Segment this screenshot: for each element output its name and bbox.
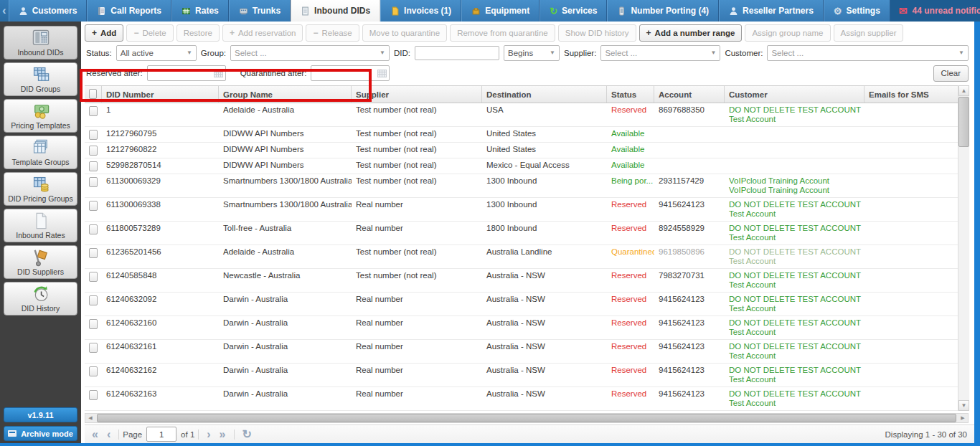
- row-checkbox[interactable]: [89, 224, 98, 234]
- scroll-up-icon[interactable]: ▲: [958, 85, 969, 96]
- sidebar-item-did-suppliers[interactable]: DID Suppliers: [4, 245, 77, 279]
- row-checkbox[interactable]: [89, 177, 98, 187]
- prev-page-icon[interactable]: ‹: [103, 429, 115, 440]
- assign-group-name-button[interactable]: Assign group name: [745, 24, 830, 42]
- sidebar-item-did-pricing-groups[interactable]: DID Pricing Groups: [4, 172, 77, 206]
- tab-equipment[interactable]: Equipment: [461, 0, 540, 22]
- col-group-name[interactable]: Group Name: [219, 86, 352, 103]
- sidebar-item-inbound-rates[interactable]: Inbound Rates: [4, 209, 77, 242]
- row-checkbox[interactable]: [89, 130, 98, 140]
- match-mode-select[interactable]: Begins▼: [504, 45, 560, 61]
- table-row[interactable]: 1 Adelaide - Australia Test number (not …: [85, 103, 958, 127]
- supplier-select[interactable]: Select ...▼: [600, 45, 720, 61]
- row-checkbox[interactable]: [89, 106, 98, 116]
- table-row[interactable]: 61240632162 Darwin - Australia Real numb…: [85, 364, 958, 387]
- table-row[interactable]: 611300069338 Smartnumbers 1300/1800 Aust…: [85, 198, 958, 222]
- table-row[interactable]: 61240585848 Newcastle - Australia Test n…: [85, 269, 958, 293]
- row-checkbox[interactable]: [89, 201, 98, 211]
- page-input[interactable]: [146, 427, 176, 442]
- delete-button[interactable]: Delete: [126, 24, 173, 42]
- table-row[interactable]: 61240632164 Darwin - Australia Real numb…: [85, 411, 958, 412]
- horizontal-scroll-thumb[interactable]: [97, 414, 956, 422]
- sidebar-item-template-groups[interactable]: Template Groups: [4, 136, 77, 169]
- col-destination[interactable]: Destination: [482, 86, 607, 103]
- col-customer[interactable]: Customer: [725, 86, 864, 103]
- assign-supplier-button[interactable]: Assign supplier: [834, 24, 904, 42]
- add-reservation-button[interactable]: Add reservation: [222, 24, 303, 42]
- clear-button[interactable]: Clear: [933, 65, 969, 82]
- tab-trunks[interactable]: Trunks: [229, 0, 291, 22]
- add-button[interactable]: Add: [85, 24, 123, 42]
- scroll-down-icon[interactable]: ▼: [958, 400, 969, 411]
- archive-mode-button[interactable]: Archive mode: [4, 426, 77, 441]
- sidebar-item-inbound-dids[interactable]: Inbound DIDs: [4, 26, 77, 60]
- remove-from-quarantine-button[interactable]: Remove from quarantine: [450, 24, 555, 42]
- last-page-icon[interactable]: »: [215, 429, 230, 440]
- select-all-checkbox[interactable]: [89, 89, 97, 99]
- customer-line-1: DO NOT DELETE TEST ACCOUNT: [729, 224, 860, 233]
- row-checkbox[interactable]: [89, 319, 98, 329]
- scroll-left-icon[interactable]: ◀: [85, 414, 95, 422]
- table-row[interactable]: 61240632161 Darwin - Australia Real numb…: [85, 340, 958, 364]
- customer-select[interactable]: Select ...▼: [767, 45, 969, 61]
- tab-inbound-dids[interactable]: Inbound DIDs: [291, 0, 380, 22]
- col-status[interactable]: Status: [607, 86, 654, 103]
- tab-services[interactable]: ↻ Services: [540, 0, 607, 22]
- vertical-scroll-thumb[interactable]: [958, 97, 969, 147]
- row-checkbox[interactable]: [89, 343, 98, 353]
- horizontal-scrollbar[interactable]: ◀ ▶: [85, 413, 969, 423]
- next-page-icon[interactable]: ›: [202, 429, 215, 440]
- tab-invoices[interactable]: Invoices (1): [380, 0, 461, 22]
- table-row[interactable]: 61240632163 Darwin - Australia Real numb…: [85, 387, 958, 411]
- release-button[interactable]: Release: [306, 24, 359, 42]
- row-checkbox[interactable]: [89, 248, 98, 258]
- first-page-icon[interactable]: «: [88, 429, 103, 440]
- col-account[interactable]: Account: [654, 86, 725, 103]
- col-supplier[interactable]: Supplier: [352, 86, 482, 103]
- tab-rates[interactable]: Rates: [171, 0, 229, 22]
- table-row[interactable]: 529982870514 DIDWW API Numbers Test numb…: [85, 158, 958, 174]
- row-checkbox[interactable]: [89, 366, 98, 376]
- tab-settings[interactable]: ⚙ Settings: [824, 0, 890, 22]
- refresh-icon[interactable]: ↻: [238, 427, 256, 441]
- reserved-after-input[interactable]: [147, 65, 226, 81]
- vertical-scrollbar[interactable]: ▲ ▼: [958, 85, 969, 411]
- sidebar-item-did-groups[interactable]: DID Groups: [4, 62, 77, 96]
- sidebar-item-pricing-templates[interactable]: Pricing Templates: [4, 99, 77, 133]
- table-row[interactable]: 61240632092 Darwin - Australia Real numb…: [85, 293, 958, 316]
- cell-supplier: Real number: [352, 411, 482, 412]
- cell-account: 9415624123: [654, 316, 725, 339]
- unread-notifications[interactable]: ✉ 44 unread notifications: [890, 0, 980, 22]
- move-to-quarantine-button[interactable]: Move to quarantine: [362, 24, 447, 42]
- sidebar-item-did-history[interactable]: DID History: [4, 282, 77, 315]
- table-row[interactable]: 612365201456 Adelaide - Australia Test n…: [85, 245, 958, 269]
- scroll-right-icon[interactable]: ▶: [958, 414, 968, 422]
- button-label: Add: [100, 29, 116, 37]
- col-emails-for-sms[interactable]: Emails for SMS: [864, 86, 958, 103]
- row-checkbox[interactable]: [89, 272, 98, 282]
- quarantined-after-input[interactable]: [311, 65, 390, 81]
- table-row[interactable]: 12127960822 DIDWW API Numbers Test numbe…: [85, 143, 958, 158]
- tab-customers[interactable]: Customers: [9, 0, 88, 22]
- add-number-range-button[interactable]: Add a number range: [639, 24, 743, 42]
- table-row[interactable]: 12127960795 DIDWW API Numbers Test numbe…: [85, 127, 958, 143]
- version-button[interactable]: v1.9.11: [4, 407, 77, 422]
- table-row[interactable]: 611800573289 Toll-free - Australia Real …: [85, 222, 958, 245]
- table-row[interactable]: 61240632160 Darwin - Australia Real numb…: [85, 316, 958, 340]
- row-checkbox[interactable]: [89, 295, 98, 305]
- show-did-history-button[interactable]: Show DID history: [558, 24, 636, 42]
- tab-call-reports[interactable]: Call Reports: [87, 0, 171, 22]
- date-filter-row: Reserved after: Quarantined after: Clear: [86, 63, 969, 84]
- row-checkbox[interactable]: [89, 146, 98, 156]
- group-select[interactable]: Select ...▼: [230, 45, 390, 61]
- col-did-number[interactable]: DID Number: [102, 86, 219, 103]
- nav-scroll-left-icon[interactable]: ‹: [0, 0, 9, 22]
- row-checkbox[interactable]: [89, 161, 98, 171]
- tab-reseller-partners[interactable]: Reseller Partners: [719, 0, 824, 22]
- tab-number-porting[interactable]: Number Porting (4): [607, 0, 719, 22]
- restore-button[interactable]: Restore: [176, 24, 220, 42]
- status-select[interactable]: All active▼: [116, 45, 197, 61]
- table-row[interactable]: 611300069329 Smartnumbers 1300/1800 Aust…: [85, 174, 958, 198]
- row-checkbox[interactable]: [89, 390, 98, 400]
- did-input[interactable]: [415, 46, 499, 60]
